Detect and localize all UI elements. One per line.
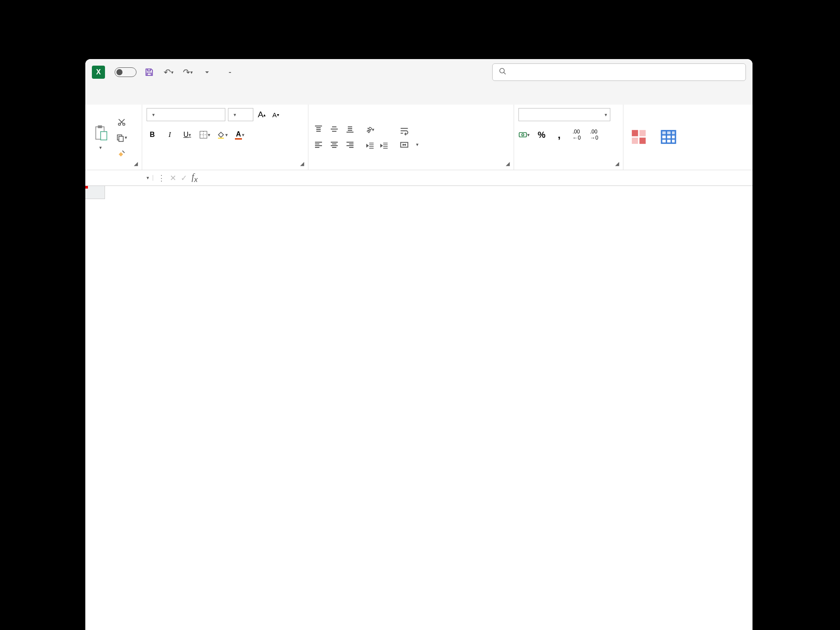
align-bottom-icon [346,125,354,133]
autosave-toggle[interactable] [111,67,136,77]
conditional-formatting-icon [630,129,647,145]
excel-window: X ↶▾ ↷▾ ⏷ - [85,59,752,630]
fill-color-button[interactable]: ▾ [217,129,228,140]
search-input[interactable] [492,63,746,81]
svg-rect-18 [662,130,676,135]
wrap-text-button[interactable] [399,126,419,136]
font-name-combo[interactable]: ▾ [147,108,225,121]
comma-button[interactable]: , [553,129,565,140]
redo-button[interactable]: ↷▾ [181,66,194,79]
scissors-icon [117,118,126,126]
align-bottom-button[interactable] [344,123,356,135]
more-icon[interactable]: ⋮ [158,173,165,183]
group-alignment-label [313,167,509,168]
cancel-formula-button[interactable]: ✕ [170,173,176,183]
group-font: ▾ ▾ A▴ A▾ B I U▾ ▾ ▾ [142,105,308,170]
align-left-icon [314,140,323,149]
paste-button[interactable]: ▾ [90,116,112,160]
paste-icon [92,125,109,141]
ribbon: ▾ ▾ ◢ [85,105,752,170]
font-size-combo[interactable]: ▾ [228,108,253,121]
align-center-icon [330,140,339,149]
group-number: ▾ ▾ % , .00←0 .00→0 ◢ [514,105,623,170]
chevron-down-icon: ▾ [147,175,149,181]
italic-button[interactable]: I [164,129,175,140]
orientation-button[interactable]: ab▾ [364,124,376,136]
accounting-format-button[interactable]: ▾ [518,129,530,140]
borders-button[interactable]: ▾ [199,129,210,140]
group-number-label [518,167,619,168]
formula-input[interactable] [202,170,752,186]
svg-rect-16 [640,137,646,144]
align-left-button[interactable] [313,139,324,150]
font-color-button[interactable]: A▾ [234,129,245,140]
svg-point-0 [500,68,504,73]
align-right-icon [346,140,354,149]
decrease-decimal-button[interactable]: .00→0 [588,129,600,140]
decrease-font-button[interactable]: A▾ [270,109,281,120]
svg-rect-7 [119,136,123,141]
decrease-indent-button[interactable] [364,140,376,151]
copy-button[interactable]: ▾ [115,131,128,144]
undo-button[interactable]: ↶▾ [162,66,175,79]
search-icon [499,67,507,77]
conditional-formatting-button[interactable] [628,116,650,160]
svg-rect-2 [98,126,102,128]
cut-button[interactable] [115,116,128,129]
increase-font-button[interactable]: A▴ [256,109,267,120]
number-format-combo[interactable]: ▾ [518,108,610,121]
group-alignment: ab▾ ▾ [308,105,514,170]
format-as-table-button[interactable] [658,116,679,160]
align-center-button[interactable] [329,139,340,150]
align-right-button[interactable] [344,139,356,150]
format-painter-button[interactable] [115,147,128,160]
increase-indent-button[interactable] [378,140,390,151]
svg-rect-13 [632,130,638,136]
copy-icon [116,133,125,142]
name-box[interactable]: ▾ [85,175,153,181]
group-clipboard: ▾ ▾ ◢ [85,105,142,170]
svg-rect-15 [632,137,638,144]
toggle-icon [115,67,136,77]
svg-point-12 [522,134,524,136]
table-icon [660,129,677,145]
bucket-icon [217,130,225,139]
accept-formula-button[interactable]: ✓ [181,173,187,183]
group-styles-label [628,167,748,168]
svg-rect-3 [101,132,107,140]
number-launcher[interactable]: ◢ [613,160,620,167]
group-font-label [147,167,304,168]
formula-bar: ▾ ⋮ ✕ ✓ fx [85,170,752,186]
align-top-button[interactable] [313,123,324,135]
select-all-corner[interactable] [85,186,105,199]
ribbon-tabs [85,85,752,105]
decrease-indent-icon [366,141,374,150]
spreadsheet-grid[interactable] [85,186,752,199]
customize-qat-button[interactable]: ⏷ [200,66,214,79]
paintbrush-icon [117,149,126,158]
increase-decimal-button[interactable]: .00←0 [571,129,582,140]
bold-button[interactable]: B [147,129,158,140]
group-clipboard-label [90,167,137,168]
font-launcher[interactable]: ◢ [298,160,305,167]
fx-icon[interactable]: fx [192,172,198,184]
document-title: - [224,67,236,77]
save-button[interactable] [143,66,156,79]
alignment-launcher[interactable]: ◢ [504,160,511,167]
percent-button[interactable]: % [536,129,547,140]
currency-icon [518,130,527,140]
underline-button[interactable]: U▾ [182,129,193,140]
align-middle-icon [330,125,339,133]
titlebar: X ↶▾ ↷▾ ⏷ - [85,59,752,85]
svg-rect-11 [519,133,527,137]
align-top-icon [314,125,323,133]
svg-rect-9 [218,138,224,139]
clipboard-launcher[interactable]: ◢ [132,160,139,167]
borders-icon [199,130,208,139]
wrap-text-icon [399,126,409,136]
merge-icon [399,140,409,150]
align-middle-button[interactable] [329,123,340,135]
svg-rect-14 [640,130,646,136]
group-styles [623,105,752,170]
merge-center-button[interactable]: ▾ [399,140,419,150]
